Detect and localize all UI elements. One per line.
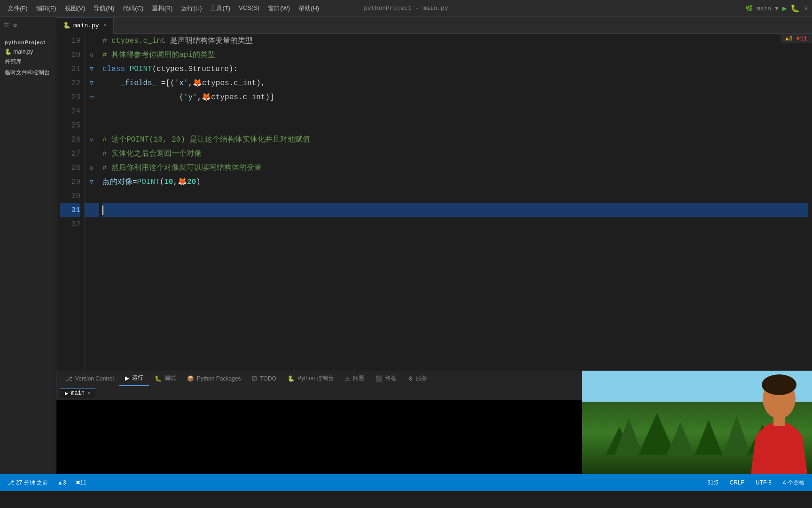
project-sidebar: pythonProject 🐍 main.py 外部库 临时文件和控制台	[0, 34, 56, 474]
bottom-tab-python-packages[interactable]: 📦 Python Packages	[181, 371, 246, 386]
svg-marker-3	[666, 422, 695, 455]
bottom-tab-vcs[interactable]: ⎇ Version Control	[60, 371, 119, 386]
run-button[interactable]: ▶	[782, 4, 787, 13]
menu-edit[interactable]: 编辑(E)	[32, 2, 60, 15]
todo-label: TODO	[260, 375, 276, 382]
packages-label: Python Packages	[197, 375, 241, 382]
vcs-status-time: 27 分钟 之前	[16, 479, 48, 487]
menu-bar: 文件(F) 编辑(E) 视图(V) 导航(N) 代码(C) 重构(R) 运行(U…	[4, 2, 323, 15]
sidebar-item-main[interactable]: 🐍 main.py	[2, 47, 54, 56]
toggle-icon[interactable]: ☰	[4, 22, 9, 29]
debug-label: 调试	[164, 374, 176, 382]
menu-run[interactable]: 运行(U)	[177, 2, 205, 15]
terminal-icon: ⬛	[375, 375, 383, 382]
python-icon: 🐍	[5, 48, 12, 55]
line-ending-status[interactable]: CRLF	[728, 478, 746, 487]
title-bar-right: 🌿 main ▼ ▶ 🐛 ⚡	[745, 4, 808, 13]
code-line-25	[102, 119, 808, 133]
run-subtab-label: main	[71, 390, 85, 397]
svg-point-8	[762, 374, 796, 395]
debug-button[interactable]: 🐛	[790, 4, 800, 13]
project-title: pythonProject	[2, 38, 54, 47]
run-subtab-close[interactable]: ×	[87, 390, 91, 396]
main-layout: pythonProject 🐍 main.py 外部库 临时文件和控制台 ▲3 …	[0, 34, 812, 474]
menu-nav[interactable]: 导航(N)	[90, 2, 118, 15]
bottom-tab-run[interactable]: ▶ 运行	[119, 371, 149, 386]
bottom-tab-todo[interactable]: ☑ TODO	[246, 371, 281, 386]
tab-label: main.py	[73, 22, 99, 29]
bottom-tab-services[interactable]: ⚙ 服务	[402, 371, 433, 386]
error-status[interactable]: ✖11	[74, 478, 88, 487]
menu-file[interactable]: 文件(F)	[4, 2, 31, 15]
warning-badge: ▲3	[785, 35, 793, 42]
menu-vcs[interactable]: VCS(S)	[235, 2, 263, 15]
run-label: 运行	[132, 374, 143, 382]
code-line-30	[102, 189, 808, 203]
bottom-tab-python-console[interactable]: 🐍 Python 控制台	[282, 371, 339, 386]
menu-help[interactable]: 帮助(H)	[295, 2, 323, 15]
menu-refactor[interactable]: 重构(R)	[148, 2, 176, 15]
editor-tab-bar: ☰ ⚙ 🐍 main.py ×	[0, 17, 812, 34]
menu-code[interactable]: 代码(C)	[119, 2, 147, 15]
warning-status[interactable]: ▲3	[55, 478, 68, 487]
branch-selector[interactable]: 🌿 main ▼	[745, 5, 779, 12]
vcs-status-icon: ⎇	[8, 479, 14, 486]
error-badge: ✖11	[796, 35, 807, 42]
sidebar-item-scratch[interactable]: 临时文件和控制台	[2, 67, 54, 78]
encoding-status[interactable]: UTF-8	[754, 478, 773, 487]
bottom-tab-problems[interactable]: ⚠ 问题	[339, 371, 370, 386]
error-count: ✖11	[76, 479, 86, 486]
problems-icon: ⚠	[345, 375, 350, 382]
code-line-24	[102, 104, 808, 119]
code-line-28: # 然后你利用这个对像就可以读写结构体的变量	[102, 161, 808, 175]
terminal-content	[56, 400, 812, 474]
services-label: 服务	[416, 374, 427, 382]
status-bar: ⎇ 27 分钟 之前 ▲3 ✖11 31:5 CRLF UTF-8 4 个空格	[0, 474, 812, 491]
todo-icon: ☑	[252, 375, 257, 382]
bottom-tab-debug[interactable]: 🐛 调试	[149, 371, 181, 386]
code-gutter: ◇ ▽ ▽ ▭ ▽ ◇ ▽	[85, 34, 99, 371]
code-line-26: # 这个POINT(10, 20) 是让这个结构体实体化并且对他赋值	[102, 133, 808, 147]
settings-icon[interactable]: ⚙	[13, 22, 17, 29]
debug-icon: 🐛	[155, 375, 162, 382]
code-line-31	[102, 203, 808, 217]
code-line-21: class POINT(ctypes.Structure):	[102, 62, 808, 76]
run-subtab-main[interactable]: ▶ main ×	[60, 389, 95, 398]
code-line-32	[102, 217, 808, 231]
run-icon: ▶	[125, 375, 129, 381]
vcs-icon: ⎇	[66, 375, 72, 382]
problem-badge[interactable]: ▲3 ✖11	[781, 34, 812, 43]
indent-status[interactable]: 4 个空格	[781, 478, 806, 488]
menu-window[interactable]: 窗口(W)	[264, 2, 294, 15]
status-right: 31:5 CRLF UTF-8 4 个空格	[705, 478, 806, 488]
tab-close-button[interactable]: ×	[104, 23, 107, 28]
code-line-20: # 具体得参考你调用的api的类型	[102, 48, 808, 62]
code-line-23: ('y',🦊ctypes.c_int)]	[102, 90, 808, 104]
bottom-tab-terminal[interactable]: ⬛ 终端	[370, 371, 402, 386]
line-col-status[interactable]: 31:5	[705, 478, 720, 487]
sidebar-item-external-libs[interactable]: 外部库	[2, 56, 54, 67]
indent-text: 4 个空格	[783, 479, 804, 487]
status-left: ⎇ 27 分钟 之前 ▲3 ✖11	[6, 478, 88, 488]
code-editor[interactable]: 19 20 21 22 23 24 25 26 27 28 29 30 31 3…	[56, 34, 812, 371]
warning-count: ▲3	[57, 479, 66, 486]
menu-view[interactable]: 视图(V)	[61, 2, 89, 15]
code-content[interactable]: # ctypes.c_int 是声明结构体变量的类型 # 具体得参考你调用的ap…	[99, 34, 812, 371]
line-ending-text: CRLF	[730, 479, 744, 486]
tab-main-py[interactable]: 🐍 main.py ×	[56, 17, 114, 34]
menu-tools[interactable]: 工具(T)	[206, 2, 234, 15]
text-cursor	[102, 206, 103, 215]
problems-label: 问题	[353, 374, 364, 382]
vcs-label: Version Control	[75, 375, 114, 382]
console-icon: 🐍	[288, 375, 295, 382]
webcam-overlay	[582, 371, 812, 474]
console-label: Python 控制台	[297, 374, 334, 382]
encoding-text: UTF-8	[756, 479, 772, 486]
editor-area: ▲3 ✖11 19 20 21 22 23 24 25 26 27 28 29 …	[56, 34, 812, 474]
bottom-panel: ⎇ Version Control ▶ 运行 🐛 调试 📦 Python Pac…	[56, 371, 812, 474]
line-col-text: 31:5	[707, 479, 718, 486]
coverage-button[interactable]: ⚡	[804, 4, 808, 13]
title-bar: 文件(F) 编辑(E) 视图(V) 导航(N) 代码(C) 重构(R) 运行(U…	[0, 0, 812, 17]
terminal-label: 终端	[385, 374, 397, 382]
vcs-status[interactable]: ⎇ 27 分钟 之前	[6, 478, 50, 488]
